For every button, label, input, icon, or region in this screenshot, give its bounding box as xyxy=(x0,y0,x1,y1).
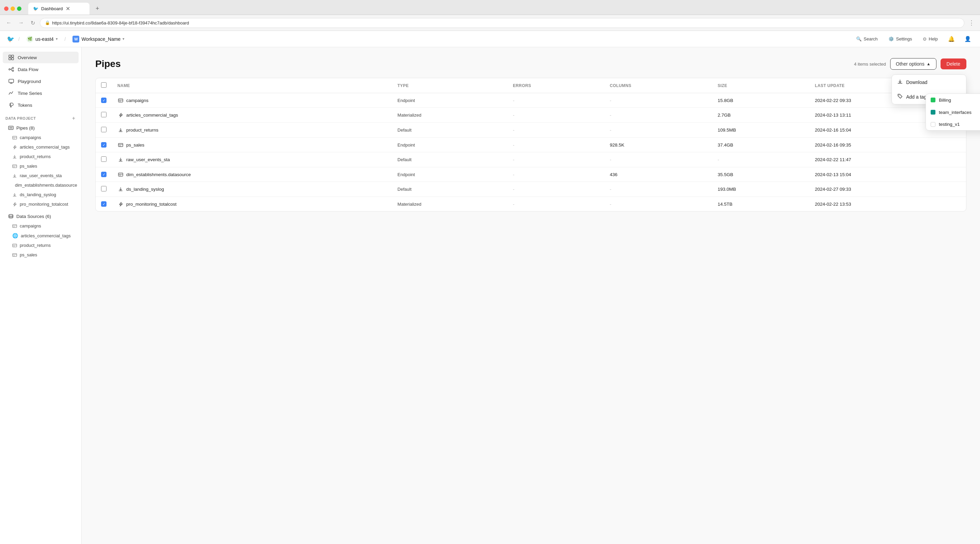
row-checkbox-checked[interactable]: ✓ xyxy=(101,98,107,103)
sidebar-item-data-flow[interactable]: Data Flow xyxy=(3,63,79,75)
row-size-cell: - xyxy=(712,152,810,167)
row-checkbox-checked[interactable]: ✓ xyxy=(101,142,107,147)
tab-close-button[interactable]: ✕ xyxy=(66,5,70,12)
row-checkbox[interactable] xyxy=(101,112,107,117)
row-type-cell: Materialized xyxy=(392,197,508,211)
traffic-light-red[interactable] xyxy=(4,6,8,11)
pipe-row-name[interactable]: campaigns xyxy=(126,98,148,103)
new-tab-button[interactable]: + xyxy=(92,3,103,14)
help-button[interactable]: ⊙ Help xyxy=(920,34,940,43)
pipe-row-name[interactable]: raw_user_events_sta xyxy=(126,157,170,162)
tag-testing-v1[interactable]: testing_v1 xyxy=(926,118,980,130)
sidebar-item-label-playground: Playground xyxy=(18,79,41,84)
table-row: articles_commercial_tags Materialized - … xyxy=(95,108,966,123)
traffic-light-green[interactable] xyxy=(17,6,21,11)
row-checkbox[interactable] xyxy=(101,186,107,192)
pipe-row-name[interactable]: ds_landing_syslog xyxy=(126,187,164,192)
row-select-cell[interactable]: ✓ xyxy=(95,167,112,182)
row-type-cell: Materialized xyxy=(392,108,508,123)
breadcrumb-sep-2: / xyxy=(65,36,66,42)
sidebar-item-time-series[interactable]: Time Series xyxy=(3,87,79,99)
row-select-cell[interactable] xyxy=(95,108,112,123)
row-name-cell: product_returns xyxy=(112,123,392,138)
pipe-row-name[interactable]: pro_monitoring_totalcost xyxy=(126,201,177,207)
sidebar-pipe-ds-landing-syslog[interactable]: ds_landing_syslog xyxy=(3,190,79,199)
add-data-project-button[interactable]: + xyxy=(72,115,76,121)
download-option[interactable]: Download xyxy=(892,75,966,89)
sidebar-pipe-ps-sales[interactable]: ps_sales xyxy=(3,162,79,171)
row-errors-cell: - xyxy=(508,93,605,108)
settings-button[interactable]: ⚙️ Settings xyxy=(886,34,915,43)
svg-rect-16 xyxy=(118,98,123,102)
sidebar-ds-ps-sales[interactable]: ps_sales xyxy=(3,250,79,259)
sidebar-ds-product-returns[interactable]: product_returns xyxy=(3,241,79,250)
other-options-label: Other options xyxy=(896,61,924,67)
row-size-cell: 35.5GB xyxy=(712,167,810,182)
sidebar-pipes-group[interactable]: Pipes (8) xyxy=(3,123,79,133)
search-button[interactable]: 🔍 Search xyxy=(853,34,880,43)
sidebar-pipe-articles-commercial-tags[interactable]: articles_commercial_tags xyxy=(3,143,79,152)
row-select-cell[interactable]: ✓ xyxy=(95,197,112,211)
row-select-cell[interactable] xyxy=(95,123,112,138)
main-content: Pipes 4 items selected Other options ▲ D… xyxy=(82,47,980,544)
pipe-row-name[interactable]: articles_commercial_tags xyxy=(126,113,178,117)
pipes-table: NAME TYPE ERRORS COLUMNS SIZE LAST UPDAT… xyxy=(95,78,966,211)
table-row: ✓ ps_sales Endpoint - 928.5K 37.4GB 2024… xyxy=(95,138,966,152)
user-button[interactable]: 👤 xyxy=(962,34,973,44)
select-all-checkbox[interactable] xyxy=(101,82,107,88)
sidebar-pipe-dim-establishments[interactable]: dim_establishments.datasource xyxy=(3,181,79,190)
refresh-button[interactable]: ↻ xyxy=(29,18,37,27)
tab-favicon: 🐦 xyxy=(33,6,38,11)
row-columns-cell: 928.5K xyxy=(605,138,712,152)
sidebar-ds-articles-commercial-tags[interactable]: 🌐 articles_commercial_tags xyxy=(3,231,79,240)
sidebar-item-playground[interactable]: Playground xyxy=(3,76,79,87)
sidebar-item-tokens[interactable]: Tokens xyxy=(3,99,79,111)
row-select-cell[interactable] xyxy=(95,182,112,197)
row-last-update-cell: 2024-02-22 11:47 xyxy=(810,152,966,167)
sidebar-pipe-product-returns[interactable]: product_returns xyxy=(3,152,79,161)
sidebar-pipe-raw-user-events[interactable]: raw_user_events_sta xyxy=(3,171,79,180)
back-button[interactable]: ← xyxy=(4,18,14,27)
sidebar-item-label-data-flow: Data Flow xyxy=(18,67,38,72)
pipe-row-name[interactable]: dim_establishments.datasource xyxy=(126,172,191,177)
content-header: Pipes 4 items selected Other options ▲ D… xyxy=(95,58,966,70)
pipe-bolt-icon xyxy=(12,145,17,150)
region-selector[interactable]: 🌿 us-east4 ▾ xyxy=(24,34,60,44)
tag-team-interfaces[interactable]: team_interfaces ✓ xyxy=(926,106,980,118)
row-checkbox[interactable] xyxy=(101,156,107,162)
row-checkbox-checked[interactable]: ✓ xyxy=(101,201,107,207)
svg-rect-10 xyxy=(13,165,17,168)
svg-rect-18 xyxy=(118,173,123,176)
pipe-row-name[interactable]: product_returns xyxy=(126,127,159,133)
row-select-cell[interactable]: ✓ xyxy=(95,93,112,108)
address-bar[interactable]: 🔒 https://ui.tinybird.co/8dae6a-8309-84j… xyxy=(40,18,964,28)
browser-tab[interactable]: 🐦 Dashboard ✕ xyxy=(28,3,89,14)
row-type-cell: Endpoint xyxy=(392,93,508,108)
sidebar-data-sources-group[interactable]: Data Sources (6) xyxy=(3,211,79,221)
row-checkbox[interactable] xyxy=(101,127,107,132)
browser-more-button[interactable]: ⋮ xyxy=(967,18,976,28)
sidebar-item-overview[interactable]: Overview xyxy=(3,52,79,63)
page-title: Pipes xyxy=(95,59,121,69)
traffic-light-yellow[interactable] xyxy=(11,6,15,11)
row-select-cell[interactable] xyxy=(95,152,112,167)
svg-point-19 xyxy=(899,95,899,95)
row-size-cell: 14.5TB xyxy=(712,197,810,211)
delete-button[interactable]: Delete xyxy=(940,59,966,69)
notifications-button[interactable]: 🔔 xyxy=(946,34,957,44)
row-select-cell[interactable]: ✓ xyxy=(95,138,112,152)
workspace-selector[interactable]: W Workspace_Name ▾ xyxy=(70,34,127,44)
region-chevron: ▾ xyxy=(56,37,58,41)
row-last-update-cell: 2024-02-27 09:33 xyxy=(810,182,966,197)
tag-billing[interactable]: Billing ✓ xyxy=(926,94,980,106)
sidebar-pipe-pro-monitoring[interactable]: pro_monitoring_totalcost xyxy=(3,200,79,209)
row-name-cell: ps_sales xyxy=(112,138,392,152)
sidebar-pipe-campaigns[interactable]: campaigns xyxy=(3,133,79,142)
sidebar-ds-campaigns[interactable]: campaigns xyxy=(3,221,79,230)
other-options-button[interactable]: Other options ▲ xyxy=(890,58,937,70)
row-checkbox-checked[interactable]: ✓ xyxy=(101,172,107,177)
pipe-row-name[interactable]: ps_sales xyxy=(126,143,144,147)
region-icon: 🌿 xyxy=(27,36,33,43)
forward-button[interactable]: → xyxy=(16,18,26,27)
tag-team-interfaces-dot xyxy=(931,110,935,114)
